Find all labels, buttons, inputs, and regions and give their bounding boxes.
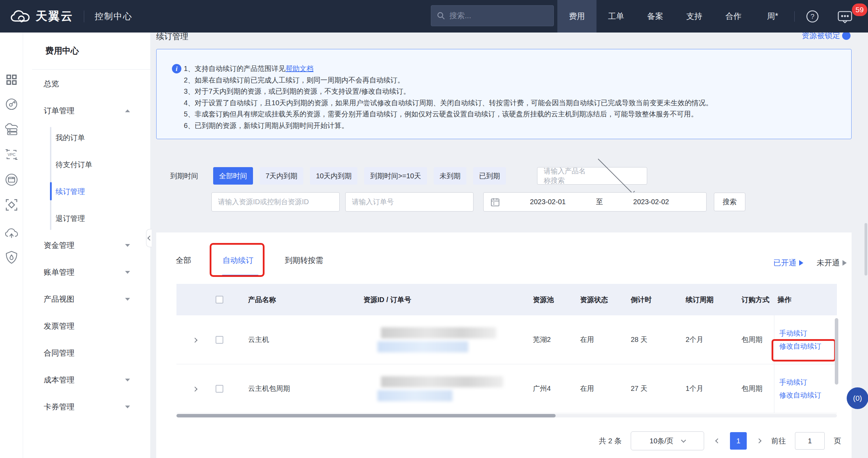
- table-row: 云主机 芜湖2 在用 28 天 2个月 包周期 手动续订 修改自动续订: [176, 315, 837, 364]
- cell-actions: 手动续订 修改自动续订: [774, 315, 837, 364]
- console-window-icon[interactable]: [5, 173, 18, 186]
- tab-auto-renewal[interactable]: 自动续订: [223, 255, 253, 266]
- header-mode: 订购方式: [742, 295, 774, 305]
- manual-renew-link[interactable]: 手动续订: [779, 378, 837, 387]
- notice-line-2: 2、如果在自动续订前已完成人工续订，则同一周期内不会再自动续订。: [184, 74, 841, 86]
- next-page-button[interactable]: [756, 438, 762, 444]
- chevron-left-icon: [147, 236, 152, 241]
- filter-gte10days-button[interactable]: 到期时间>=10天: [364, 167, 427, 185]
- modify-auto-renew-link[interactable]: 修改自动续订: [779, 342, 837, 351]
- page-size-select[interactable]: 10条/页: [631, 431, 704, 450]
- sidebar-item-my-orders[interactable]: 我的订单: [23, 124, 150, 151]
- resource-id-input[interactable]: [211, 192, 340, 212]
- nav-item-partner[interactable]: 合作: [714, 0, 753, 33]
- messages-button[interactable]: 59: [828, 0, 868, 33]
- nav-item-fees[interactable]: 费用: [557, 0, 596, 33]
- help-button[interactable]: ?: [797, 0, 828, 33]
- page-title: 续订管理: [156, 31, 188, 42]
- renewal-table: 产品名称 资源ID / 订单号 资源池 资源状态 倒计时 续订周期 订购方式 操…: [176, 284, 837, 413]
- chevron-right-icon: [757, 438, 761, 443]
- sidebar-item-renewal-mgmt[interactable]: 续订管理: [23, 178, 150, 205]
- collapse-up-arrow-icon: [125, 109, 130, 112]
- nav-item-tickets[interactable]: 工单: [596, 0, 636, 33]
- floating-count-badge[interactable]: (0): [847, 387, 868, 409]
- sidebar-item-coupon-mgmt[interactable]: 卡券管理: [23, 393, 150, 420]
- select-all-checkbox[interactable]: [216, 296, 223, 303]
- global-search-box[interactable]: [431, 5, 554, 26]
- opened-toggle[interactable]: 已开通: [773, 258, 803, 268]
- billing-sidebar: 费用中心 总览 订单管理 我的订单 待支付订单 续订管理 退订管理 资金管理 账…: [23, 33, 150, 458]
- date-end-value[interactable]: 2023-02-02: [603, 198, 700, 206]
- product-name-select[interactable]: 请输入产品名称搜索: [537, 167, 647, 185]
- brand-logo[interactable]: 天翼云: [10, 8, 73, 24]
- notice-lines: 1、支持自动续订的产品范围详见帮助文档 2、如果在自动续订前已完成人工续订，则同…: [184, 63, 841, 131]
- sidebar-item-product-view[interactable]: 产品视图: [23, 286, 150, 313]
- row-expand-icon[interactable]: [193, 338, 197, 343]
- sidebar-item-funds-mgmt[interactable]: 资金管理: [23, 232, 150, 259]
- table-horizontal-scrollbar-thumb[interactable]: [176, 414, 556, 417]
- cloud-logo-icon: [10, 9, 31, 23]
- console-center-label[interactable]: 控制中心: [95, 10, 132, 22]
- sidebar-item-bill-mgmt[interactable]: 账单管理: [23, 259, 150, 286]
- goto-label: 前往: [771, 436, 786, 446]
- top-navbar: 天翼云 控制中心 费用 工单 备案 支持 合作 周*: [0, 0, 868, 33]
- tab-all[interactable]: 全部: [176, 255, 191, 266]
- search-input[interactable]: [449, 11, 550, 20]
- filter-expired-button[interactable]: 已到期: [473, 167, 506, 185]
- help-doc-link[interactable]: 帮助文档: [285, 65, 313, 72]
- vpc-icon[interactable]: VPC: [5, 148, 18, 161]
- current-page-button[interactable]: 1: [730, 432, 747, 450]
- not-opened-toggle[interactable]: 未开通: [817, 258, 847, 268]
- row-checkbox[interactable]: [216, 336, 223, 344]
- sidebar-item-cost-mgmt[interactable]: 成本管理: [23, 366, 150, 393]
- order-no-input[interactable]: [345, 192, 473, 212]
- sidebar-collapse-handle[interactable]: [146, 229, 152, 247]
- user-menu[interactable]: 周*: [753, 0, 792, 33]
- navbar-divider-2: [794, 11, 795, 22]
- date-range-picker[interactable]: 2023-02-01 至 2023-02-02: [483, 192, 707, 212]
- cell-product: 云主机: [248, 335, 363, 344]
- modify-auto-renew-link[interactable]: 修改自动续订: [779, 391, 837, 400]
- brand-name: 天翼云: [36, 8, 73, 24]
- sidebar-item-invoice-mgmt[interactable]: 发票管理: [23, 313, 150, 339]
- row-checkbox[interactable]: [216, 385, 223, 393]
- sidebar-item-order-mgmt[interactable]: 订单管理: [23, 97, 150, 124]
- sidebar-item-contract-mgmt[interactable]: 合同管理: [23, 339, 150, 366]
- cell-period: 1个月: [686, 384, 742, 393]
- redacted-order-no: [377, 341, 468, 352]
- help-icon: ?: [806, 10, 819, 23]
- scan-resource-icon[interactable]: [5, 198, 18, 212]
- date-to-label: 至: [596, 197, 603, 207]
- manual-renew-link[interactable]: 手动续订: [779, 329, 837, 338]
- apps-grid-icon[interactable]: [5, 73, 18, 86]
- nav-item-support[interactable]: 支持: [675, 0, 714, 33]
- page-scrollbar-thumb[interactable]: [865, 223, 867, 275]
- dashboard-gauge-icon[interactable]: [5, 98, 18, 111]
- security-shield-icon[interactable]: [5, 251, 18, 264]
- sidebar-item-unsubscribe-mgmt[interactable]: 退订管理: [23, 205, 150, 232]
- filter-not-expired-button[interactable]: 未到期: [434, 167, 466, 185]
- nav-item-filing[interactable]: 备案: [636, 0, 675, 33]
- active-tab-underline: [222, 275, 259, 277]
- cloud-server-icon[interactable]: [5, 123, 18, 136]
- row-expand-icon[interactable]: [193, 387, 197, 392]
- search-button[interactable]: 搜索: [714, 193, 745, 211]
- table-vertical-scrollbar[interactable]: [835, 318, 838, 385]
- sidebar-item-overview[interactable]: 总览: [23, 70, 150, 97]
- filter-all-time-button[interactable]: 全部时间: [213, 167, 253, 185]
- date-start-value[interactable]: 2023-02-01: [500, 198, 596, 206]
- total-count-label: 共 2 条: [599, 436, 622, 446]
- renewal-table-card: 全部 自动续订 到期转按需 已开通 未开通: [156, 232, 852, 458]
- filter-10days-button[interactable]: 10天内到期: [310, 167, 357, 185]
- tab-expire-to-ondemand[interactable]: 到期转按需: [285, 255, 323, 266]
- search-icon: [437, 12, 445, 20]
- sidebar-item-pending-orders[interactable]: 待支付订单: [23, 151, 150, 178]
- play-right-icon: [842, 260, 847, 266]
- pagination: 共 2 条 10条/页 1 前往 页: [599, 431, 841, 451]
- message-count-badge: 59: [852, 3, 867, 16]
- cloud-sync-icon[interactable]: [5, 226, 18, 239]
- goto-page-input[interactable]: [795, 432, 825, 450]
- prev-page-button[interactable]: [713, 438, 721, 444]
- chevron-down-icon: [598, 157, 635, 194]
- filter-7days-button[interactable]: 7天内到期: [260, 167, 303, 185]
